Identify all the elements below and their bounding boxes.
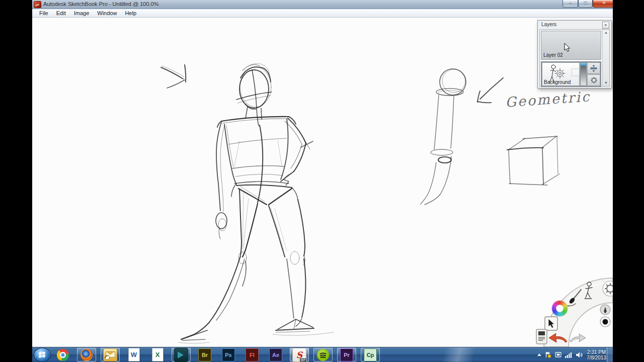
color-swatch-button[interactable] xyxy=(600,317,610,327)
clock[interactable]: 2:31 PM 7/8/2013 xyxy=(587,349,606,360)
window-controls: – □ ✕ xyxy=(562,0,613,8)
3ds-max-icon xyxy=(174,348,188,362)
document-icon[interactable] xyxy=(536,329,547,344)
mouse-cursor xyxy=(564,43,571,52)
taskbar-chrome[interactable] xyxy=(53,348,72,361)
gear-icon xyxy=(590,76,598,84)
word-icon: W xyxy=(128,348,140,361)
layer-name: Layer 02 xyxy=(543,52,563,58)
menu-image[interactable]: Image xyxy=(70,9,94,17)
layer-options-button[interactable] xyxy=(587,74,600,86)
drawing-canvas[interactable]: Geometric Layers ✕ xyxy=(32,18,613,347)
taskbar-aftereffects[interactable]: Ae xyxy=(266,348,285,361)
color-wheel[interactable] xyxy=(552,301,568,316)
layer-opacity-slider[interactable] xyxy=(580,62,587,86)
layers-panel-header[interactable]: Layers ✕ xyxy=(538,21,611,29)
select-tool-button[interactable] xyxy=(545,317,557,330)
geometric-annotation: Geometric xyxy=(505,88,591,110)
window-title: Autodesk SketchBook Pro - Untitled @ 100… xyxy=(43,1,158,7)
taskbar-flash[interactable]: Fl xyxy=(243,348,262,361)
taskbar-outlook[interactable] xyxy=(101,348,120,361)
show-desktop-button[interactable] xyxy=(607,347,613,362)
taskbar-spotify[interactable] xyxy=(313,348,333,361)
taskbar-premiere[interactable]: Pr xyxy=(337,348,356,361)
spotify-icon xyxy=(317,349,329,361)
window-titlebar[interactable]: Autodesk SketchBook Pro - Untitled @ 100… xyxy=(32,0,613,9)
layers-scrollbar[interactable]: ▲ ▼ xyxy=(602,30,609,86)
minimize-button[interactable]: – xyxy=(562,0,578,8)
brush-preview-button[interactable] xyxy=(600,305,610,315)
layer-item[interactable]: Layer 02 xyxy=(541,31,601,60)
layers-panel-title: Layers xyxy=(541,22,556,27)
clock-time: 2:31 PM xyxy=(587,349,606,355)
layer-name: Background xyxy=(544,79,571,85)
taskbar-3dsmax[interactable] xyxy=(172,348,191,361)
after-effects-icon: Ae xyxy=(269,348,282,361)
volume-icon[interactable] xyxy=(576,352,583,358)
taskbar-firefox[interactable] xyxy=(77,348,96,361)
redo-icon[interactable] xyxy=(570,334,586,342)
menu-window[interactable]: Window xyxy=(93,9,121,17)
layer-move-button[interactable] xyxy=(587,62,600,74)
layers-list: Layer 02 xyxy=(539,29,610,86)
close-button[interactable]: ✕ xyxy=(593,0,613,8)
scroll-up-icon[interactable]: ▲ xyxy=(603,30,609,36)
excel-icon: X xyxy=(152,348,164,361)
taskbar: W X Br Ps Fl Ae SSBP xyxy=(32,347,613,362)
lagoon-toolbar xyxy=(532,272,613,347)
premiere-icon: Pr xyxy=(340,348,353,361)
sketchbook-app-icon xyxy=(34,1,41,8)
desktop-screen: Autodesk SketchBook Pro - Untitled @ 100… xyxy=(32,0,613,362)
taskbar-captivate[interactable]: Cp xyxy=(361,348,380,361)
taskbar-excel[interactable]: X xyxy=(148,348,167,361)
start-button[interactable] xyxy=(34,348,51,362)
layers-panel: Layers ✕ Layer 02 xyxy=(537,20,612,88)
menu-edit[interactable]: Edit xyxy=(52,9,70,17)
sbp-badge: SBP xyxy=(300,358,306,361)
windows-flag-icon xyxy=(39,351,45,357)
layer-item-selected[interactable]: Background xyxy=(541,61,601,87)
clock-date: 7/8/2013 xyxy=(587,355,606,360)
system-tray: 2:31 PM 7/8/2013 xyxy=(537,347,606,362)
flash-icon: Fl xyxy=(246,348,259,361)
photoshop-icon: Ps xyxy=(222,348,235,361)
captivate-icon: Cp xyxy=(364,348,377,361)
layer-thumbnail[interactable]: Background xyxy=(542,62,580,86)
windows-update-icon[interactable] xyxy=(555,352,561,358)
outlook-icon xyxy=(103,348,117,361)
network-signal-icon[interactable] xyxy=(565,352,573,358)
action-center-flag-icon[interactable] xyxy=(545,351,551,358)
taskbar-bridge[interactable]: Br xyxy=(195,348,214,361)
menu-bar: File Edit Image Window Help xyxy=(32,9,613,18)
show-hidden-icons-button[interactable] xyxy=(537,353,541,356)
sketchbook-icon: SSBP xyxy=(292,348,306,362)
scroll-down-icon[interactable]: ▼ xyxy=(603,80,609,86)
taskbar-photoshop[interactable]: Ps xyxy=(219,348,238,361)
taskbar-sketchbook-active[interactable]: SSBP xyxy=(290,348,309,361)
chrome-icon xyxy=(57,349,69,361)
bridge-icon: Br xyxy=(198,348,211,361)
taskbar-word[interactable]: W xyxy=(124,348,143,361)
video-frame: Autodesk SketchBook Pro - Untitled @ 100… xyxy=(0,0,644,362)
menu-help[interactable]: Help xyxy=(121,9,140,17)
move-arrows-icon xyxy=(590,64,598,72)
maximize-button[interactable]: □ xyxy=(578,0,593,8)
menu-file[interactable]: File xyxy=(35,9,52,17)
lagoon-arc[interactable] xyxy=(532,272,613,347)
layers-panel-close-icon[interactable]: ✕ xyxy=(602,22,609,29)
figure-sketch: Geometric xyxy=(32,18,613,347)
firefox-icon xyxy=(80,349,93,361)
